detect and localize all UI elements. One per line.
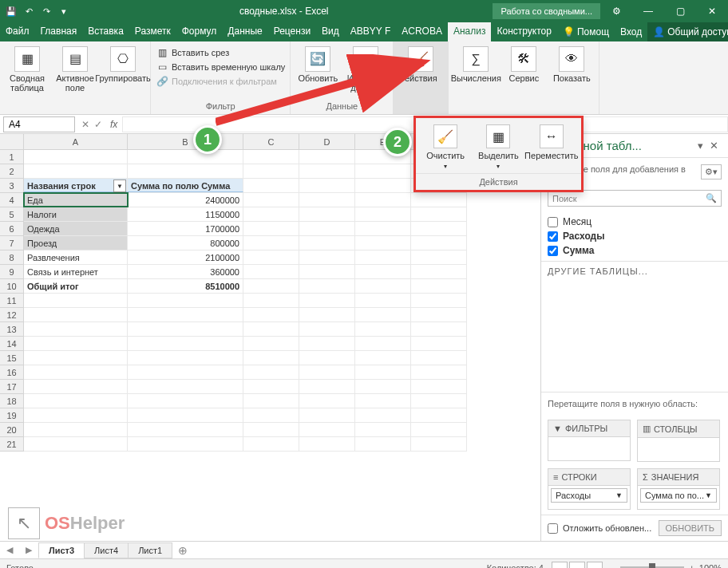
tabs-nav-next-icon[interactable]: ▶ [19, 545, 38, 555]
zoom-in-icon[interactable]: + [689, 563, 694, 569]
minimize-icon[interactable]: — [632, 0, 664, 22]
grand-total-label[interactable]: Общий итог [24, 279, 128, 293]
tools-button[interactable]: 🛠Сервис [501, 43, 546, 83]
field-sum[interactable]: Сумма [548, 243, 722, 258]
tab-home[interactable]: Главная [35, 22, 83, 41]
fx-icon[interactable]: fx [105, 119, 122, 130]
tab-view[interactable]: Вид [316, 22, 345, 41]
zoom-value[interactable]: 100% [699, 563, 722, 569]
field-expenses[interactable]: Расходы [548, 229, 722, 243]
undo-icon[interactable]: ↶ [22, 5, 35, 18]
tab-review[interactable]: Рецензи [268, 22, 316, 41]
show-icon: 👁 [559, 46, 584, 72]
share-button[interactable]: 👤Общий доступ [647, 22, 728, 41]
cancel-formula-icon[interactable]: ✕ [81, 119, 89, 130]
login-button[interactable]: Вход [615, 22, 647, 41]
calculations-button[interactable]: ∑Вычисления [453, 43, 498, 83]
refresh-icon: 🔄 [305, 46, 330, 72]
slicer-icon: ▥ [156, 46, 168, 59]
grand-total-value[interactable]: 8510000 [128, 279, 243, 293]
datasource-button[interactable]: 🗃Источник данных [343, 43, 388, 93]
taskpane-close-icon[interactable]: ✕ [706, 140, 722, 152]
refresh-button[interactable]: 🔄Обновить [295, 43, 340, 83]
select-button[interactable]: ▦Выделить▾ [473, 124, 524, 170]
view-pagelayout-icon[interactable] [569, 562, 585, 569]
tab-insert[interactable]: Вставка [82, 22, 129, 41]
context-tab-label: Работа со сводными... [493, 3, 600, 19]
move-button[interactable]: ↔Переместить [526, 124, 577, 170]
drag-instructions: Перетащите поля в нужную область: [541, 392, 728, 415]
view-pagebreak-icon[interactable] [587, 562, 603, 569]
add-sheet-icon[interactable]: ⊕ [172, 544, 194, 557]
sheet-tab-1[interactable]: Лист3 [38, 542, 85, 558]
close-icon[interactable]: ✕ [696, 0, 728, 22]
pivot-header-values[interactable]: Сумма по полю Сумма [128, 179, 243, 192]
cell-a4[interactable]: Еда [24, 193, 128, 207]
qat-more-icon[interactable]: ▾ [57, 5, 70, 18]
cells-grid[interactable]: Названия строкСумма по полю Сумма Еда240… [24, 150, 467, 452]
tab-design[interactable]: Конструктор [491, 22, 556, 41]
clear-button[interactable]: 🧹Очистить▾ [420, 124, 471, 170]
fields-search-input[interactable]: Поиск🔍 [548, 190, 722, 207]
tabs-nav-prev-icon[interactable]: ◀ [0, 545, 19, 555]
name-box[interactable] [3, 116, 75, 132]
tools-icon: 🛠 [511, 46, 536, 72]
insert-slicer-button[interactable]: ▥Вставить срез [156, 46, 285, 59]
defer-update-checkbox[interactable] [548, 523, 558, 534]
sheet-tab-2[interactable]: Лист4 [84, 542, 129, 558]
group-button[interactable]: ⎔Группировать [101, 43, 145, 83]
tab-acrobat[interactable]: ACROBA [396, 22, 448, 41]
actions-group-label: Действия [416, 173, 581, 190]
values-pill[interactable]: Сумма по по...▼ [640, 488, 717, 503]
fields-settings-icon[interactable]: ⚙▾ [701, 164, 722, 179]
actions-button[interactable]: 🧹ействия [398, 43, 443, 83]
worksheet[interactable]: ABCDEF 123456789101112131415161718192021… [0, 134, 540, 541]
taskpane-dropdown-icon[interactable]: ▾ [694, 140, 706, 152]
save-icon[interactable]: 💾 [5, 5, 18, 18]
insert-timeline-button[interactable]: ▭Вставить временную шкалу [156, 61, 285, 73]
pivottable-button[interactable]: ▦Сводная таблица [5, 43, 49, 93]
field-month[interactable]: Месяц [548, 215, 722, 229]
rowlabels-dropdown-icon[interactable]: ▼ [113, 179, 126, 192]
values-area[interactable]: ΣЗНАЧЕНИЯСумма по по...▼ [637, 468, 720, 510]
values-icon: Σ [643, 472, 648, 482]
redo-icon[interactable]: ↷ [40, 5, 53, 18]
window-title: сводные.xlsx - Excel [75, 6, 493, 17]
row-headers[interactable]: 123456789101112131415161718192021 [0, 150, 24, 452]
group-label-filter: Фильтр [156, 101, 285, 112]
pivot-header-rowlabels[interactable]: Названия строк [24, 179, 128, 192]
window-settings-icon[interactable]: ⚙ [600, 0, 632, 22]
select-all-button[interactable] [0, 134, 24, 150]
ribbon: ▦Сводная таблица ▤Активное поле ⎔Группир… [0, 41, 728, 115]
move-icon: ↔ [540, 124, 564, 148]
activefield-button[interactable]: ▤Активное поле [53, 43, 97, 93]
enter-formula-icon[interactable]: ✓ [94, 119, 102, 130]
maximize-icon[interactable]: ▢ [664, 0, 696, 22]
tab-analyze[interactable]: Анализ [448, 22, 492, 41]
tab-layout[interactable]: Разметк [129, 22, 176, 41]
actions-dropdown: 🧹Очистить▾ ▦Выделить▾ ↔Переместить Дейст… [413, 116, 584, 192]
help-button[interactable]: 💡Помощ [557, 22, 615, 41]
tab-file[interactable]: Файл [0, 22, 35, 41]
show-button[interactable]: 👁Показать [549, 43, 594, 83]
tab-formulas[interactable]: Формул [176, 22, 223, 41]
columns-icon: ▥ [643, 424, 651, 434]
update-button[interactable]: ОБНОВИТЬ [659, 520, 722, 536]
tab-data[interactable]: Данные [222, 22, 267, 41]
callout-badge-2: 2 [383, 128, 412, 156]
rows-pill[interactable]: Расходы▼ [551, 488, 627, 503]
status-count-value: 4 [539, 563, 544, 569]
filter-connections-button[interactable]: 🔗Подключения к фильтрам [156, 75, 285, 88]
sheet-tab-3[interactable]: Лист1 [128, 542, 172, 558]
datasource-icon: 🗃 [353, 46, 378, 72]
view-normal-icon[interactable] [552, 562, 568, 569]
group-label-data: Данные [295, 101, 388, 112]
filters-area[interactable]: ▼ФИЛЬТРЫ [548, 420, 631, 462]
zoom-out-icon[interactable]: − [611, 563, 615, 569]
ribbon-tabs: Файл Главная Вставка Разметк Формул Данн… [0, 22, 728, 41]
rows-area[interactable]: ≡СТРОКИРасходы▼ [548, 468, 631, 510]
columns-area[interactable]: ▥СТОЛБЦЫ [637, 420, 720, 462]
tab-abbyy[interactable]: ABBYY F [345, 22, 396, 41]
other-tables-link[interactable]: ДРУГИЕ ТАБЛИЦЫ... [541, 262, 728, 281]
status-count-label: Количество: [487, 563, 536, 569]
